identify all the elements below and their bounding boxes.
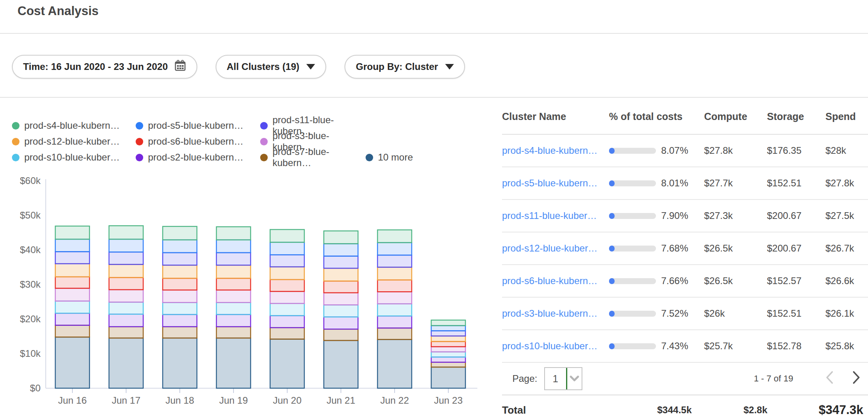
bar-segment[interactable] <box>163 265 197 278</box>
bar-segment[interactable] <box>216 302 251 314</box>
bar-segment[interactable] <box>378 304 412 316</box>
group-by-dropdown[interactable]: Group By: Cluster <box>344 55 465 79</box>
bar-segment[interactable] <box>109 338 143 388</box>
bar-segment[interactable] <box>431 320 465 326</box>
bar-segment[interactable] <box>163 302 197 314</box>
next-page-button[interactable] <box>851 370 862 387</box>
cluster-link[interactable]: prod-s6-blue-kubern… <box>502 275 597 286</box>
bar-segment[interactable] <box>216 227 251 240</box>
previous-page-button[interactable] <box>824 370 835 387</box>
bar-segment[interactable] <box>324 329 358 341</box>
bar-segment[interactable] <box>270 230 304 242</box>
bar-segment[interactable] <box>431 367 465 388</box>
bar-segment[interactable] <box>109 290 143 302</box>
cluster-link[interactable]: prod-s5-blue-kubern… <box>502 178 597 188</box>
bar-segment[interactable] <box>270 280 304 292</box>
bar-segment[interactable] <box>216 290 251 302</box>
bar-segment[interactable] <box>55 301 90 313</box>
bar-segment[interactable] <box>431 362 465 367</box>
page-select[interactable]: 1 <box>544 367 582 390</box>
bar-segment[interactable] <box>216 338 251 388</box>
cluster-link[interactable]: prod-s10-blue-kuber… <box>502 341 597 351</box>
legend-item[interactable]: prod-s5-blue-kubern… <box>136 120 260 131</box>
bar-segment[interactable] <box>109 278 143 290</box>
bar-segment[interactable] <box>109 226 143 239</box>
bar-segment[interactable] <box>431 357 465 362</box>
bar-segment[interactable] <box>55 337 90 388</box>
bar-segment[interactable] <box>163 240 197 253</box>
bar-segment[interactable] <box>270 304 304 315</box>
bar-segment[interactable] <box>378 243 412 255</box>
bar-segment[interactable] <box>324 281 358 293</box>
bar-segment[interactable] <box>431 352 465 357</box>
clusters-filter-dropdown[interactable]: All Clusters (19) <box>216 55 327 79</box>
bar-segment[interactable] <box>378 255 412 267</box>
bar-segment[interactable] <box>270 242 304 255</box>
bar-segment[interactable] <box>431 347 465 352</box>
bar-segment[interactable] <box>378 316 412 328</box>
bar-segment[interactable] <box>216 315 251 327</box>
bar-segment[interactable] <box>270 291 304 303</box>
bar-segment[interactable] <box>55 252 90 263</box>
bar-segment[interactable] <box>378 292 412 304</box>
bar-segment[interactable] <box>216 327 251 338</box>
bar-segment[interactable] <box>216 278 251 290</box>
time-range-filter[interactable]: Time: 16 Jun 2020 - 23 Jun 2020 <box>12 55 197 79</box>
bar-segment[interactable] <box>55 264 90 277</box>
bar-segment[interactable] <box>109 239 143 252</box>
bar-segment[interactable] <box>163 226 197 240</box>
bar-segment[interactable] <box>378 339 412 388</box>
bar-segment[interactable] <box>270 267 304 280</box>
cluster-link[interactable]: prod-s11-blue-kuber… <box>502 210 597 221</box>
legend-item[interactable]: 10 more <box>366 152 413 163</box>
bar-segment[interactable] <box>109 314 143 327</box>
bar-segment[interactable] <box>163 290 197 302</box>
bar-segment[interactable] <box>55 226 90 239</box>
cluster-link[interactable]: prod-s4-blue-kubern… <box>502 145 597 156</box>
bar-segment[interactable] <box>163 278 197 290</box>
bar-segment[interactable] <box>270 255 304 267</box>
bar-segment[interactable] <box>55 313 90 325</box>
legend-item[interactable]: prod-s2-blue-kubern… <box>136 152 260 163</box>
bar-segment[interactable] <box>55 288 90 301</box>
bar-segment[interactable] <box>431 342 465 347</box>
bar-segment[interactable] <box>324 305 358 317</box>
bar-segment[interactable] <box>55 239 90 252</box>
bar-segment[interactable] <box>216 253 251 265</box>
bar-segment[interactable] <box>324 293 358 305</box>
bar-segment[interactable] <box>163 315 197 327</box>
cluster-link[interactable]: prod-s3-blue-kubern… <box>502 308 597 319</box>
bar-segment[interactable] <box>109 252 143 264</box>
bar-segment[interactable] <box>109 265 143 278</box>
bar-segment[interactable] <box>324 244 358 256</box>
bar-segment[interactable] <box>109 327 143 338</box>
bar-segment[interactable] <box>216 240 251 253</box>
bar-segment[interactable] <box>378 267 412 280</box>
bar-segment[interactable] <box>270 315 304 327</box>
bar-segment[interactable] <box>431 331 465 336</box>
bar-segment[interactable] <box>324 341 358 388</box>
legend-item[interactable]: prod-s6-blue-kubern… <box>136 136 260 147</box>
bar-segment[interactable] <box>55 277 90 288</box>
bar-segment[interactable] <box>324 317 358 329</box>
bar-segment[interactable] <box>324 231 358 244</box>
bar-segment[interactable] <box>324 256 358 268</box>
cluster-link[interactable]: prod-s12-blue-kuber… <box>502 243 597 254</box>
bar-segment[interactable] <box>431 326 465 331</box>
bar-segment[interactable] <box>431 336 465 342</box>
bar-segment[interactable] <box>378 230 412 243</box>
bar-segment[interactable] <box>378 328 412 340</box>
bar-segment[interactable] <box>55 325 90 337</box>
bar-segment[interactable] <box>216 265 251 278</box>
bar-segment[interactable] <box>163 338 197 388</box>
bar-segment[interactable] <box>163 327 197 338</box>
legend-item[interactable]: prod-s7-blue-kubern… <box>260 146 366 168</box>
legend-item[interactable]: prod-s12-blue-kuber… <box>12 136 136 147</box>
legend-item[interactable]: prod-s10-blue-kuber… <box>12 152 136 163</box>
bar-segment[interactable] <box>378 280 412 292</box>
bar-segment[interactable] <box>109 302 143 314</box>
bar-segment[interactable] <box>163 253 197 265</box>
legend-item[interactable]: prod-s4-blue-kubern… <box>12 120 136 131</box>
bar-segment[interactable] <box>324 268 358 281</box>
bar-segment[interactable] <box>270 328 304 339</box>
